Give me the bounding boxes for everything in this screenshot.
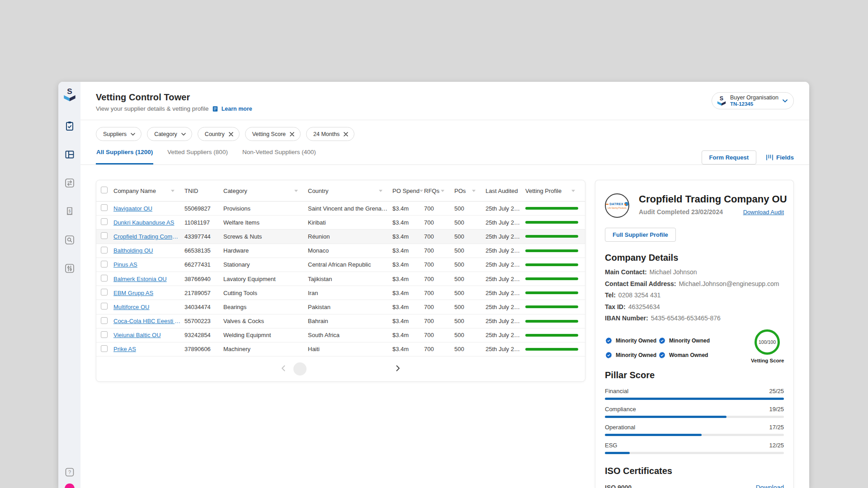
sort-icon[interactable]	[420, 190, 423, 192]
tab[interactable]: Vetted Suppliers (800)	[167, 141, 228, 164]
row-checkbox[interactable]	[101, 275, 108, 282]
last-audited-cell: 25th July 2023	[486, 219, 525, 226]
receipt-dollar-icon[interactable]: $	[64, 206, 75, 218]
company-details-fields: Main Contact:Michael Johnson Contact Ema…	[605, 267, 784, 324]
column-header[interactable]: Company Name	[113, 188, 184, 194]
row-checkbox[interactable]	[101, 218, 108, 225]
vetting-score: 100/100 Vetting Score	[751, 329, 783, 363]
layout-board-icon[interactable]	[64, 149, 75, 161]
previous-page-button[interactable]	[280, 364, 286, 374]
row-checkbox[interactable]	[101, 345, 108, 352]
row-checkbox[interactable]	[101, 261, 108, 267]
company-name-link[interactable]: Dunkri Kaubanduse AS	[113, 219, 184, 226]
column-header[interactable]: Category	[223, 188, 308, 194]
filter-chip[interactable]: Suppliers	[96, 127, 142, 141]
filter-chip[interactable]: Category	[147, 127, 192, 141]
clipboard-check-icon[interactable]	[64, 121, 75, 132]
company-name-link[interactable]: Balmerk Estonia OU	[113, 276, 184, 282]
sort-icon[interactable]	[571, 190, 575, 192]
row-checkbox[interactable]	[101, 204, 108, 211]
sort-icon[interactable]	[441, 190, 444, 192]
svg-text:$: $	[68, 209, 71, 213]
table-row[interactable]: Dunkri Kaubanduse AS 11081197 Welfare It…	[96, 216, 585, 230]
row-checkbox[interactable]	[101, 289, 108, 296]
table-row[interactable]: Navigaator OU 55069827 Provisions Saint …	[96, 202, 585, 216]
org-name: Buyer Organisation	[730, 94, 778, 101]
row-checkbox[interactable]	[101, 303, 108, 310]
org-switcher[interactable]: S Buyer Organisation TN-12345	[712, 92, 794, 109]
next-page-button[interactable]	[395, 364, 401, 374]
vetting-profile-bar	[525, 221, 578, 224]
company-name-link[interactable]: Prike AS	[113, 346, 184, 352]
form-request-button[interactable]: Form Request	[702, 150, 756, 164]
sort-icon[interactable]	[171, 190, 175, 192]
tnid-cell: 93242854	[184, 332, 223, 338]
table-row[interactable]: Coca-Cola HBC Eeesti AS 55700223 Valves …	[96, 314, 585, 328]
table-row[interactable]: Multiforce OU 34034474 Bearings Pakistan…	[96, 300, 585, 314]
iso-certificate-row: ISO 9000 Download	[605, 484, 784, 488]
tab[interactable]: All Suppliers (1200)	[96, 141, 153, 164]
column-header[interactable]: POs	[454, 188, 486, 194]
download-audit-link[interactable]: Download Audit	[743, 209, 784, 216]
company-name-link[interactable]: Cropfield Trading Company OU	[113, 233, 184, 240]
filter-chip[interactable]: 24 Months	[306, 127, 354, 141]
page-number[interactable]	[314, 362, 327, 375]
column-header[interactable]: Country	[308, 188, 392, 194]
vetting-profile-bar-fill	[525, 263, 578, 266]
org-id: TN-12345	[730, 101, 778, 107]
column-header[interactable]: PO Spend	[392, 188, 424, 194]
table-row[interactable]: Pinus AS 66277431 Stationary Central Afr…	[96, 258, 585, 272]
company-name-link[interactable]: EBM Grupp AS	[113, 290, 184, 296]
table-row[interactable]: Balmerk Estonia OU 38766940 Lavatory Equ…	[96, 272, 585, 286]
verified-badge-icon	[605, 337, 613, 345]
column-header[interactable]: RFQs	[424, 188, 454, 194]
column-header[interactable]: Vetting Profile	[525, 188, 585, 194]
filter-chip[interactable]: Vetting Score	[245, 127, 301, 141]
search-icon[interactable]	[64, 235, 75, 246]
page-number[interactable]	[354, 362, 368, 375]
select-all-checkbox[interactable]	[101, 187, 108, 193]
row-checkbox[interactable]	[101, 232, 108, 239]
table-row[interactable]: Cropfield Trading Company OU 43397744 Sc…	[96, 230, 585, 244]
table-row[interactable]: EBM Grupp AS 21789057 Cutting Tools Iran…	[96, 286, 585, 300]
swap-arrows-icon[interactable]	[64, 178, 75, 189]
tnid-cell: 38766940	[184, 276, 223, 282]
table-row[interactable]: Vieiunai Baltic OU 93242854 Welding Equi…	[96, 328, 585, 343]
company-name-link[interactable]: Vieiunai Baltic OU	[113, 332, 184, 338]
learn-more-link[interactable]: Learn more	[222, 106, 252, 112]
iso-download-link[interactable]: Download	[756, 484, 784, 488]
company-name-link[interactable]: Baltholding OU	[113, 247, 184, 254]
company-name-link[interactable]: Navigaator OU	[113, 205, 184, 212]
notification-dot-icon[interactable]	[65, 483, 75, 488]
page-number[interactable]	[334, 362, 347, 375]
fields-button[interactable]: Fields	[766, 154, 794, 161]
sort-icon[interactable]	[472, 190, 476, 192]
company-details-heading: Company Details	[605, 253, 784, 263]
table-row[interactable]: Prike AS 37890606 Machinery Haiti $3.4m …	[96, 343, 585, 357]
detail-field: Tel:0208 3254 431	[605, 290, 784, 301]
sort-icon[interactable]	[294, 190, 298, 192]
company-name-link[interactable]: Coca-Cola HBC Eeesti AS	[113, 318, 184, 324]
column-header[interactable]: TNID	[184, 188, 223, 194]
table-row[interactable]: Baltholding OU 66538135 Hardware Monaco …	[96, 244, 585, 258]
app-window: S	[58, 82, 809, 488]
company-name-link[interactable]: Pinus AS	[113, 261, 184, 268]
row-checkbox[interactable]	[101, 331, 108, 338]
po-spend-cell: $3.4m	[392, 304, 424, 310]
pillar-score-heading: Pillar Score	[605, 370, 784, 380]
page-number[interactable]	[293, 362, 307, 375]
column-header[interactable]: Last Audited	[486, 188, 525, 194]
sort-icon[interactable]	[379, 190, 382, 192]
pillar-bar	[605, 452, 784, 454]
row-checkbox[interactable]	[101, 247, 108, 253]
company-name-link[interactable]: Multiforce OU	[113, 304, 184, 310]
sliders-icon[interactable]	[64, 263, 75, 275]
page-number[interactable]	[375, 362, 388, 375]
remove-filter-icon	[344, 132, 348, 136]
tab[interactable]: Non-Vetted Suppliers (400)	[242, 141, 316, 164]
row-checkbox[interactable]	[101, 317, 108, 324]
full-supplier-profile-button[interactable]: Full Supplier Profile	[605, 228, 676, 242]
vetting-profile-bar	[525, 291, 578, 294]
filter-chip[interactable]: Country	[198, 127, 240, 141]
help-icon[interactable]: ?	[64, 467, 75, 478]
